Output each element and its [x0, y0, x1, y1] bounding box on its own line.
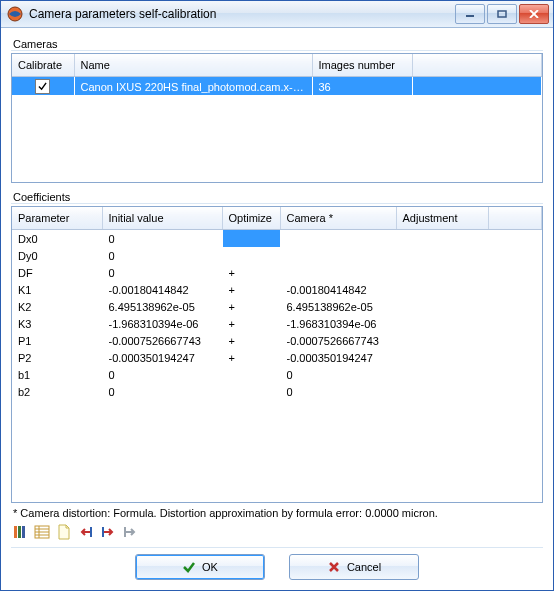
camera-value-cell[interactable]: -1.968310394e-06: [280, 315, 396, 332]
parameter-cell[interactable]: K2: [12, 298, 102, 315]
initial-value-cell[interactable]: 0: [102, 366, 222, 383]
table-row[interactable]: DF0+: [12, 264, 542, 281]
parameter-cell[interactable]: K3: [12, 315, 102, 332]
optimize-cell[interactable]: [222, 230, 280, 248]
adjustment-cell[interactable]: [396, 230, 488, 248]
optimize-cell[interactable]: [222, 366, 280, 383]
blank-cell[interactable]: [488, 315, 542, 332]
initial-value-cell[interactable]: -0.000350194247: [102, 349, 222, 366]
camera-value-cell[interactable]: 0: [280, 383, 396, 400]
initial-value-cell[interactable]: 0: [102, 230, 222, 248]
blank-cell[interactable]: [488, 349, 542, 366]
blank-cell[interactable]: [488, 298, 542, 315]
initial-value-cell[interactable]: -1.968310394e-06: [102, 315, 222, 332]
adjustment-cell[interactable]: [396, 247, 488, 264]
coeffs-header-optimize[interactable]: Optimize: [222, 207, 280, 230]
optimize-cell[interactable]: +: [222, 281, 280, 298]
table-row[interactable]: P2-0.000350194247+-0.000350194247: [12, 349, 542, 366]
table-icon[interactable]: [33, 523, 51, 541]
parameter-cell[interactable]: b2: [12, 383, 102, 400]
camera-value-cell[interactable]: -0.000350194247: [280, 349, 396, 366]
blank-cell[interactable]: [488, 332, 542, 349]
camera-value-cell[interactable]: [280, 247, 396, 264]
coeffs-header-parameter[interactable]: Parameter: [12, 207, 102, 230]
camera-name-cell[interactable]: Canon IXUS 220HS final_photomod.cam.x-ca…: [74, 77, 312, 96]
calibrate-checkbox[interactable]: [35, 79, 50, 94]
camera-value-cell[interactable]: -0.0007526667743: [280, 332, 396, 349]
adjustment-cell[interactable]: [396, 383, 488, 400]
new-document-icon[interactable]: [55, 523, 73, 541]
parameter-cell[interactable]: P2: [12, 349, 102, 366]
adjustment-cell[interactable]: [396, 332, 488, 349]
optimize-cell[interactable]: +: [222, 315, 280, 332]
parameter-cell[interactable]: Dx0: [12, 230, 102, 248]
select-columns-icon[interactable]: [11, 523, 29, 541]
images-number-cell[interactable]: 36: [312, 77, 412, 96]
blank-cell[interactable]: [488, 247, 542, 264]
table-row[interactable]: b100: [12, 366, 542, 383]
cameras-header-calibrate[interactable]: Calibrate: [12, 54, 74, 77]
table-row[interactable]: b200: [12, 383, 542, 400]
initial-value-cell[interactable]: 0: [102, 247, 222, 264]
coeffs-header-adjustment[interactable]: Adjustment: [396, 207, 488, 230]
table-row[interactable]: Canon IXUS 220HS final_photomod.cam.x-ca…: [12, 77, 542, 96]
table-row[interactable]: K26.495138962e-05+6.495138962e-05: [12, 298, 542, 315]
cameras-header-images[interactable]: Images number: [312, 54, 412, 77]
window: Camera parameters self-calibration Camer…: [0, 0, 554, 591]
optimize-cell[interactable]: +: [222, 264, 280, 281]
cameras-table[interactable]: Calibrate Name Images number Canon IXUS …: [12, 54, 542, 95]
table-row[interactable]: P1-0.0007526667743+-0.0007526667743: [12, 332, 542, 349]
blank-cell[interactable]: [488, 366, 542, 383]
export-arrow-icon[interactable]: [99, 523, 117, 541]
optimize-cell[interactable]: [222, 383, 280, 400]
optimize-cell[interactable]: +: [222, 349, 280, 366]
minimize-button[interactable]: [455, 4, 485, 24]
blank-cell[interactable]: [488, 383, 542, 400]
initial-value-cell[interactable]: 0: [102, 383, 222, 400]
blank-cell[interactable]: [488, 230, 542, 248]
initial-value-cell[interactable]: 0: [102, 264, 222, 281]
ok-button[interactable]: OK: [135, 554, 265, 580]
cancel-button[interactable]: Cancel: [289, 554, 419, 580]
parameter-cell[interactable]: Dy0: [12, 247, 102, 264]
adjustment-cell[interactable]: [396, 315, 488, 332]
adjustment-cell[interactable]: [396, 264, 488, 281]
table-row[interactable]: K3-1.968310394e-06+-1.968310394e-06: [12, 315, 542, 332]
initial-value-cell[interactable]: -0.0007526667743: [102, 332, 222, 349]
cameras-header-name[interactable]: Name: [74, 54, 312, 77]
close-button[interactable]: [519, 4, 549, 24]
parameter-cell[interactable]: DF: [12, 264, 102, 281]
optimize-cell[interactable]: +: [222, 298, 280, 315]
import-arrow-icon[interactable]: [77, 523, 95, 541]
app-icon: [7, 6, 23, 22]
cameras-header-blank: [412, 54, 542, 77]
table-row[interactable]: Dy00: [12, 247, 542, 264]
apply-arrow-icon[interactable]: [121, 523, 139, 541]
parameter-cell[interactable]: b1: [12, 366, 102, 383]
adjustment-cell[interactable]: [396, 366, 488, 383]
coefficients-table[interactable]: Parameter Initial value Optimize Camera …: [12, 207, 542, 400]
parameter-cell[interactable]: K1: [12, 281, 102, 298]
adjustment-cell[interactable]: [396, 349, 488, 366]
adjustment-cell[interactable]: [396, 298, 488, 315]
coeffs-header-initial[interactable]: Initial value: [102, 207, 222, 230]
camera-value-cell[interactable]: -0.00180414842: [280, 281, 396, 298]
camera-value-cell[interactable]: 6.495138962e-05: [280, 298, 396, 315]
coeffs-header-blank: [488, 207, 542, 230]
table-row[interactable]: Dx00: [12, 230, 542, 248]
blank-cell[interactable]: [488, 264, 542, 281]
optimize-cell[interactable]: +: [222, 332, 280, 349]
parameter-cell[interactable]: P1: [12, 332, 102, 349]
initial-value-cell[interactable]: 6.495138962e-05: [102, 298, 222, 315]
optimize-cell[interactable]: [222, 247, 280, 264]
table-row[interactable]: K1-0.00180414842+-0.00180414842: [12, 281, 542, 298]
camera-value-cell[interactable]: 0: [280, 366, 396, 383]
initial-value-cell[interactable]: -0.00180414842: [102, 281, 222, 298]
coeffs-header-camera[interactable]: Camera *: [280, 207, 396, 230]
maximize-button[interactable]: [487, 4, 517, 24]
calibrate-checkbox-cell[interactable]: [12, 77, 74, 96]
blank-cell[interactable]: [488, 281, 542, 298]
camera-value-cell[interactable]: [280, 264, 396, 281]
adjustment-cell[interactable]: [396, 281, 488, 298]
camera-value-cell[interactable]: [280, 230, 396, 248]
